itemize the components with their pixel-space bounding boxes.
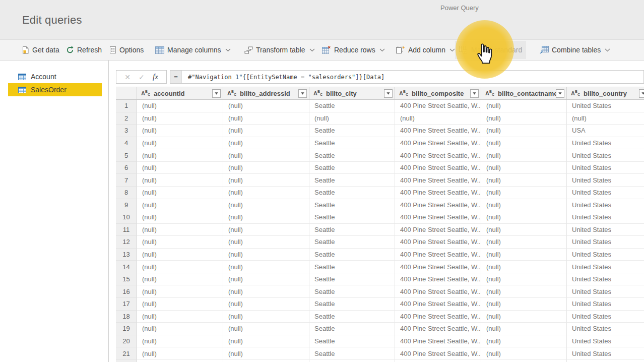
table-cell[interactable]: (null)	[137, 347, 223, 360]
table-cell[interactable]: (null)	[481, 162, 567, 174]
row-number[interactable]: 6	[116, 162, 137, 174]
table-cell[interactable]: 400 Pine Street Seattle, W...	[395, 149, 481, 162]
table-cell[interactable]: (null)	[137, 137, 223, 150]
table-cell[interactable]: (null)	[481, 187, 567, 199]
table-cell[interactable]: (null)	[481, 137, 567, 150]
table-cell[interactable]: (null)	[481, 273, 567, 286]
table-cell[interactable]	[567, 360, 644, 362]
table-cell[interactable]: (null)	[481, 298, 567, 311]
table-cell[interactable]: 400 Pine Street Seattle, W...	[395, 174, 481, 187]
table-cell[interactable]: United States	[567, 199, 644, 212]
table-cell[interactable]: United States	[567, 149, 644, 162]
table-cell[interactable]: United States	[567, 273, 644, 286]
table-cell[interactable]: (null)	[395, 112, 481, 125]
table-cell[interactable]: 400 Pine Street Seattle, W...	[395, 236, 481, 249]
table-cell[interactable]: 400 Pine Street Seattle, W...	[395, 162, 481, 174]
table-cell[interactable]: Seattle	[309, 174, 395, 187]
table-cell[interactable]: 400 Pine Street Seattle, W...	[395, 211, 481, 224]
table-cell[interactable]: (null)	[481, 211, 567, 224]
formula-text[interactable]: #"Navigation 1"{[EntitySetName = "saleso…	[182, 71, 384, 83]
row-number[interactable]: 1	[116, 100, 137, 112]
table-cell[interactable]: (null)	[481, 125, 567, 137]
table-cell[interactable]: United States	[567, 335, 644, 348]
table-cell[interactable]: (null)	[137, 199, 223, 212]
table-cell[interactable]: 400 Pine Street Seattle, W...	[395, 261, 481, 273]
table-cell[interactable]: United States	[567, 285, 644, 298]
table-cell[interactable]: United States	[567, 249, 644, 261]
table-cell[interactable]: United States	[567, 162, 644, 174]
toolbar-button-transform-table[interactable]: Transform table	[240, 41, 319, 59]
table-cell[interactable]: (null)	[481, 249, 567, 261]
table-cell[interactable]: (null)	[137, 112, 223, 125]
table-cell[interactable]: Seattle	[309, 249, 395, 261]
table-cell[interactable]: (null)	[481, 199, 567, 212]
table-cell[interactable]: United States	[567, 298, 644, 311]
table-cell[interactable]: (null)	[223, 261, 309, 273]
table-cell[interactable]: (null)	[223, 236, 309, 249]
column-header-billto-composite[interactable]: ABCbillto_composite	[395, 87, 481, 99]
table-cell[interactable]: Seattle	[309, 100, 395, 112]
table-cell[interactable]: United States	[567, 261, 644, 273]
table-cell[interactable]: (null)	[481, 347, 567, 360]
column-header-billto-country[interactable]: ABCbillto_country	[567, 87, 644, 99]
table-cell[interactable]: (null)	[137, 162, 223, 174]
table-cell[interactable]: (null)	[137, 224, 223, 236]
table-cell[interactable]: Seattle	[309, 187, 395, 199]
toolbar-button-manage-columns[interactable]: Manage columns	[151, 41, 235, 59]
table-cell[interactable]: Seattle	[309, 347, 395, 360]
row-number[interactable]: 18	[116, 311, 137, 323]
formula-accept-icon[interactable]: ✓	[139, 74, 145, 81]
table-cell[interactable]: (null)	[223, 285, 309, 298]
filter-button[interactable]	[470, 89, 479, 98]
table-cell[interactable]: United States	[567, 174, 644, 187]
row-number[interactable]: 7	[116, 174, 137, 187]
table-cell[interactable]: (null)	[223, 311, 309, 323]
table-cell[interactable]: (null)	[481, 112, 567, 125]
table-cell[interactable]: (null)	[223, 323, 309, 335]
row-number[interactable]: 13	[116, 249, 137, 261]
table-cell[interactable]: Seattle	[309, 236, 395, 249]
column-header-billto-city[interactable]: ABCbillto_city	[309, 87, 395, 99]
table-cell[interactable]: Seattle	[309, 323, 395, 335]
column-header-billto-addressid[interactable]: ABCbillto_addressid	[223, 87, 309, 99]
table-cell[interactable]: (null)	[137, 187, 223, 199]
table-cell[interactable]: (null)	[223, 211, 309, 224]
toolbar-button-reduce-rows[interactable]: Reduce rows	[318, 41, 389, 59]
table-cell[interactable]: United States	[567, 187, 644, 199]
table-cell[interactable]: (null)	[481, 224, 567, 236]
table-cell[interactable]	[223, 360, 309, 362]
table-cell[interactable]	[481, 360, 567, 362]
table-cell[interactable]: (null)	[567, 112, 644, 125]
sidebar-item-account[interactable]: Account	[8, 70, 102, 83]
filter-button[interactable]	[639, 89, 644, 98]
table-cell[interactable]: 400 Pine Street Seattle, W...	[395, 125, 481, 137]
table-cell[interactable]: (null)	[223, 298, 309, 311]
toolbar-button-add-column[interactable]: Add column	[392, 41, 459, 59]
table-cell[interactable]: Seattle	[309, 211, 395, 224]
row-number[interactable]: 9	[116, 199, 137, 212]
table-cell[interactable]: (null)	[137, 323, 223, 335]
row-number[interactable]: 14	[116, 261, 137, 273]
table-cell[interactable]: (null)	[137, 273, 223, 286]
table-cell[interactable]: United States	[567, 236, 644, 249]
table-cell[interactable]: 400 Pine Street Seattle, W...	[395, 137, 481, 150]
sidebar-item-salesorder[interactable]: SalesOrder	[8, 83, 102, 96]
table-cell[interactable]: USA	[567, 125, 644, 137]
table-cell[interactable]: 400 Pine Street Seattle, W...	[395, 100, 481, 112]
table-cell[interactable]: Seattle	[309, 162, 395, 174]
row-number[interactable]: 2	[116, 112, 137, 125]
table-cell[interactable]: 400 Pine Street Seattle, W...	[395, 323, 481, 335]
table-cell[interactable]: United States	[567, 323, 644, 335]
table-cell[interactable]: (null)	[137, 311, 223, 323]
table-cell[interactable]: (null)	[137, 249, 223, 261]
table-cell[interactable]: Seattle	[309, 273, 395, 286]
row-number[interactable]: 15	[116, 273, 137, 286]
table-cell[interactable]: (null)	[481, 323, 567, 335]
filter-button[interactable]	[556, 89, 564, 98]
table-cell[interactable]: 400 Pine Street Seattle, W...	[395, 285, 481, 298]
row-number[interactable]: 12	[116, 236, 137, 249]
row-number[interactable]: 5	[116, 149, 137, 162]
row-number[interactable]	[116, 360, 137, 362]
table-cell[interactable]: (null)	[223, 199, 309, 212]
table-cell[interactable]: (null)	[481, 236, 567, 249]
